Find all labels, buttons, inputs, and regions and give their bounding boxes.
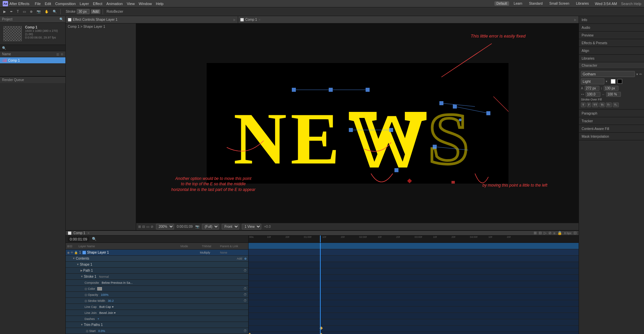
- font-size-input[interactable]: [585, 86, 599, 91]
- color-stopwatch[interactable]: ⏱: [244, 287, 247, 290]
- fill-color-box[interactable]: [611, 79, 615, 84]
- tool-camera[interactable]: 📷: [35, 9, 42, 14]
- stroke-1-expand[interactable]: ▼: [80, 275, 83, 278]
- menu-window[interactable]: Window: [139, 2, 152, 6]
- snap-icon[interactable]: ⊞: [138, 225, 141, 228]
- tool-text[interactable]: T: [15, 9, 20, 14]
- path-1-row[interactable]: ▶ Path 1 ⏱: [66, 268, 248, 274]
- leading-input[interactable]: [604, 86, 619, 91]
- menu-animation[interactable]: Animation: [106, 2, 123, 6]
- font-style-flair-icon[interactable]: ✏: [639, 72, 642, 76]
- workspace-default[interactable]: Default: [494, 1, 509, 6]
- tool-zoom[interactable]: 🔍: [51, 9, 58, 14]
- stopwatch-sw[interactable]: ◎: [85, 299, 87, 303]
- tl-search-icon[interactable]: 🔍: [92, 237, 97, 241]
- roto-bezier-btn[interactable]: RotoBezier: [105, 9, 124, 14]
- view-select[interactable]: Front: [222, 224, 239, 229]
- font-name-input[interactable]: [581, 71, 635, 77]
- preview-panel-item[interactable]: Preview: [579, 31, 644, 39]
- opacity-row[interactable]: ◎ Opacity 100% ⏱: [66, 292, 248, 298]
- timeline-icon-4[interactable]: ⊘: [548, 231, 551, 235]
- tool-pen[interactable]: ✒: [9, 9, 14, 14]
- bold-btn[interactable]: T: [581, 103, 586, 107]
- stroke-width-row[interactable]: ◎ Stroke Width 30.2 ⏱: [66, 298, 248, 304]
- stroke-color-box[interactable]: [618, 79, 622, 84]
- stopwatch-opacity[interactable]: ◎: [85, 293, 87, 296]
- playhead-ruler[interactable]: [320, 236, 321, 243]
- comp-canvas[interactable]: N E W S: [136, 23, 579, 223]
- timeline-icon-7[interactable]: ⊡: [574, 231, 577, 235]
- project-comp1-item[interactable]: Comp 1: [0, 57, 65, 63]
- trim-start-stopwatch[interactable]: ⏱: [244, 329, 247, 333]
- shape-1-row[interactable]: ▼ Shape 1: [66, 262, 248, 268]
- add-button[interactable]: Add: [91, 9, 100, 14]
- line-join-value[interactable]: Bevel Join ▾: [99, 311, 116, 315]
- views-count-select[interactable]: 1 View: [242, 224, 261, 229]
- color-row[interactable]: ◎ Color ⏱: [66, 286, 248, 292]
- stroke-1-row[interactable]: ▼ Stroke 1 Normal: [66, 274, 248, 280]
- timeline-icon-1[interactable]: ⊞: [534, 231, 537, 235]
- search-help[interactable]: Search Help: [621, 2, 641, 6]
- smallcaps-btn[interactable]: Tt: [599, 103, 605, 107]
- layer-lock[interactable]: 🔒: [74, 251, 78, 254]
- tool-hand[interactable]: ✋: [43, 9, 50, 14]
- path-1-expand[interactable]: ▶: [80, 269, 83, 272]
- trim-paths-row[interactable]: ▼ Trim Paths 1: [66, 322, 248, 328]
- info-panel-item[interactable]: Info: [579, 16, 644, 23]
- timeline-comp-close[interactable]: ✕: [87, 231, 90, 235]
- sw-stopwatch[interactable]: ⏱: [244, 299, 247, 303]
- font-style-input[interactable]: [581, 78, 604, 84]
- workspace-small-screen[interactable]: Small Screen: [547, 1, 571, 6]
- grid-icon[interactable]: ⊟: [142, 225, 145, 228]
- menu-effect[interactable]: Effect: [93, 2, 102, 6]
- composite-value[interactable]: Below Previous in Sa...: [102, 281, 133, 284]
- workspace-standard[interactable]: Standard: [527, 1, 545, 6]
- allcaps-btn[interactable]: TT: [592, 103, 598, 107]
- kerning-input[interactable]: [586, 92, 600, 97]
- libraries-panel-item[interactable]: Libraries: [579, 55, 644, 62]
- comp-tab-close[interactable]: ✕: [258, 18, 261, 21]
- zoom-select[interactable]: 200%: [156, 224, 174, 229]
- line-cap-value[interactable]: Butt Cap ▾: [99, 305, 114, 309]
- paragraph-panel-item[interactable]: Paragraph: [579, 110, 644, 117]
- mask-icon[interactable]: ⊘: [151, 225, 153, 228]
- opacity-stopwatch[interactable]: ⏱: [244, 293, 247, 296]
- stopwatch-color[interactable]: ◎: [85, 287, 87, 290]
- layer-solo[interactable]: ◉: [67, 251, 70, 254]
- font-style-arrow[interactable]: ▾: [606, 80, 607, 83]
- align-panel-item[interactable]: Align: [579, 47, 644, 54]
- stroke-value-input[interactable]: [77, 9, 90, 14]
- menu-composition[interactable]: Composition: [55, 2, 75, 6]
- tool-select[interactable]: ▶: [2, 9, 7, 14]
- effects-panel-item[interactable]: Effects & Presets: [579, 39, 644, 47]
- comp-viewer-tab-active[interactable]: Comp 1: [245, 18, 257, 21]
- tool-anchor[interactable]: ⊕: [29, 9, 34, 14]
- shape-1-expand[interactable]: ▼: [76, 263, 79, 266]
- audio-panel-item[interactable]: Audio: [579, 24, 644, 31]
- menu-help[interactable]: Help: [156, 2, 164, 6]
- contents-row[interactable]: ▼ Contents Add ⊕: [66, 256, 248, 262]
- tool-shape[interactable]: ▭: [21, 9, 27, 14]
- color-swatch[interactable]: [97, 287, 102, 290]
- timeline-icon-3[interactable]: ▷: [544, 231, 546, 235]
- sub-btn[interactable]: T↓: [613, 103, 619, 107]
- stopwatch-start[interactable]: ◎: [86, 329, 89, 333]
- layer-vis[interactable]: 👁: [70, 251, 73, 254]
- trim-paths-expand[interactable]: ▼: [80, 323, 83, 326]
- workspace-learn[interactable]: Learn: [512, 1, 525, 6]
- menu-layer[interactable]: Layer: [80, 2, 89, 6]
- menu-edit[interactable]: Edit: [45, 2, 51, 6]
- super-btn[interactable]: T↑: [606, 103, 612, 107]
- timeline-icon-6[interactable]: 🔒: [557, 231, 562, 235]
- trim-start-row[interactable]: ◎ Start 0.0% ⏱: [66, 328, 248, 334]
- tl-timecode[interactable]: 0:00:01:09: [68, 237, 89, 242]
- dashes-add[interactable]: +: [98, 317, 99, 321]
- workspace-libraries[interactable]: Libraries: [574, 1, 591, 6]
- quality-select[interactable]: (Full): [202, 224, 219, 229]
- comp-tab-arrow[interactable]: ▶: [574, 18, 577, 21]
- project-search-icon[interactable]: 🔍: [59, 17, 63, 21]
- caf-panel-item[interactable]: Content-Aware Fill: [579, 125, 644, 132]
- menu-view[interactable]: View: [127, 2, 135, 6]
- menu-file[interactable]: File: [35, 2, 41, 6]
- add-contents-btn[interactable]: ⊕: [244, 257, 247, 260]
